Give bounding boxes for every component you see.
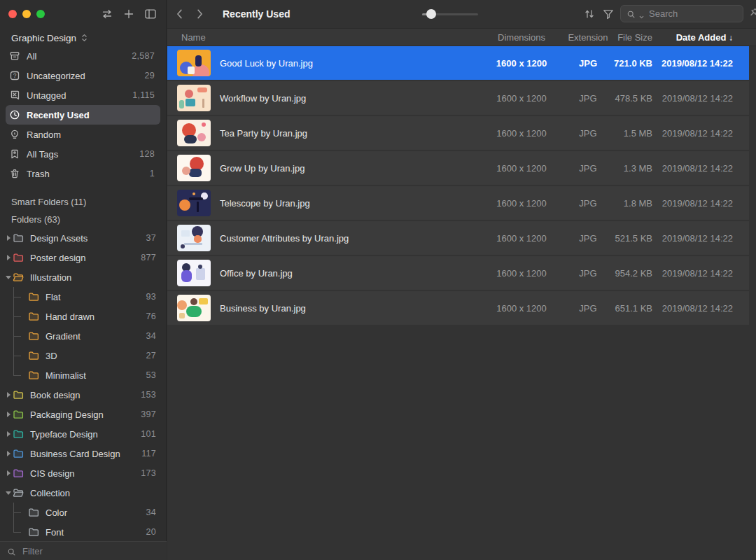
sidebar-item-untagged[interactable]: Untagged1,115 (6, 85, 160, 105)
column-header-extension[interactable]: Extension (564, 32, 612, 43)
chevron-up-down-icon (80, 33, 88, 43)
column-header-filesize[interactable]: File Size (612, 32, 652, 43)
column-header-dateadded[interactable]: Date Added ↓ (652, 32, 733, 43)
search-input[interactable] (648, 8, 737, 20)
file-size: 478.5 KB (612, 93, 652, 104)
disclosure-triangle-icon[interactable] (4, 483, 13, 503)
table-row[interactable]: Telescope by Uran.jpg1600 x 1200JPG1.8 M… (167, 186, 749, 220)
zoom-window-button[interactable] (36, 10, 45, 18)
folder-icon (13, 409, 24, 420)
folder-item-minimalist[interactable]: Minimalist53 (0, 365, 166, 385)
column-header-dimensions[interactable]: Dimensions (479, 32, 564, 43)
folder-icon (28, 507, 40, 518)
file-date-added: 2019/08/12 14:22 (652, 93, 733, 104)
folder-item-packaging-design[interactable]: Packaging Design397 (0, 405, 166, 424)
back-button[interactable] (173, 7, 187, 21)
file-thumbnail (177, 155, 211, 181)
file-dimensions: 1600 x 1200 (479, 233, 564, 244)
disclosure-triangle-icon[interactable] (4, 424, 13, 444)
sidebar-filter-bar (0, 541, 167, 560)
folder-item-3d[interactable]: 3D27 (0, 346, 166, 365)
folder-count: 34 (146, 507, 156, 517)
indent (4, 365, 13, 385)
disclosure-triangle-icon[interactable] (4, 405, 13, 424)
filter-input[interactable] (21, 545, 160, 557)
disclosure-triangle-icon[interactable] (4, 444, 13, 463)
section-header-folders[interactable]: Folders (63) (0, 211, 166, 228)
chevron-down-icon[interactable] (638, 10, 645, 17)
item-count: 29 (144, 71, 155, 80)
file-name: Good Luck by Uran.jpg (220, 58, 313, 69)
sort-order-icon[interactable] (583, 8, 596, 20)
file-extension: JPG (564, 268, 612, 279)
untagged-icon (9, 90, 20, 101)
sidebar-item-all[interactable]: All2,587 (6, 46, 160, 66)
indent (4, 326, 13, 346)
disclosure-triangle-icon[interactable] (4, 248, 13, 267)
folder-label: Illustration (30, 272, 71, 283)
folder-count: 93 (146, 292, 156, 302)
table-row[interactable]: Workflow by Uran.jpg1600 x 1200JPG478.5 … (167, 81, 749, 115)
minimize-window-button[interactable] (22, 10, 31, 18)
add-icon[interactable] (122, 7, 136, 21)
folder-icon (28, 370, 40, 381)
toggle-sidebar-icon[interactable] (144, 7, 158, 21)
table-row[interactable]: Grow Up by Uran.jpg1600 x 1200JPG1.3 MB2… (167, 151, 749, 185)
trash-icon (9, 168, 20, 179)
folder-item-design-assets[interactable]: Design Assets37 (0, 228, 166, 248)
file-dimensions: 1600 x 1200 (479, 268, 564, 279)
item-count: 1 (150, 169, 155, 178)
sidebar-item-recently-used[interactable]: Recently Used (6, 105, 160, 125)
svg-text:?: ? (13, 72, 17, 79)
folder-item-flat[interactable]: Flat93 (0, 287, 166, 307)
pin-icon[interactable] (748, 7, 756, 18)
section-header-smart-folders[interactable]: Smart Folders (11) (0, 193, 166, 211)
folder-item-color[interactable]: Color34 (0, 503, 166, 522)
main-area: Recently Used Name Dimensions (167, 0, 756, 560)
sidebar-nav: All2,587?Uncategorized29Untagged1,115Rec… (0, 46, 166, 541)
table-header: Name Dimensions Extension File Size Date… (167, 28, 756, 46)
sidebar-item-trash[interactable]: Trash1 (6, 164, 160, 183)
sidebar-item-all-tags[interactable]: All Tags128 (6, 144, 160, 164)
forward-button[interactable] (192, 7, 206, 21)
folder-item-poster-design[interactable]: Poster design877 (0, 248, 166, 267)
folder-label: Flat (46, 292, 61, 302)
table-row[interactable]: Good Luck by Uran.jpg1600 x 1200JPG721.0… (167, 46, 749, 80)
filter-icon[interactable] (602, 8, 615, 20)
sidebar-item-uncategorized[interactable]: ?Uncategorized29 (6, 66, 160, 85)
folder-icon (28, 291, 40, 302)
folder-count: 117 (141, 449, 156, 458)
folder-item-gradient[interactable]: Gradient34 (0, 326, 166, 346)
sync-icon[interactable] (100, 7, 114, 21)
file-extension: JPG (564, 58, 612, 69)
sidebar-item-random[interactable]: Random (6, 125, 160, 144)
disclosure-triangle-icon[interactable] (4, 463, 13, 483)
slider-knob[interactable] (426, 9, 436, 19)
folder-item-business-card-design[interactable]: Business Card Design117 (0, 444, 166, 463)
table-row[interactable]: Tea Party by Uran.jpg1600 x 1200JPG1.5 M… (167, 116, 749, 150)
folder-item-illustration[interactable]: Illustration (0, 267, 166, 287)
folder-item-hand-drawn[interactable]: Hand drawn76 (0, 307, 166, 326)
file-extension: JPG (564, 303, 612, 314)
folder-item-book-design[interactable]: Book design153 (0, 385, 166, 405)
folder-item-cis-design[interactable]: CIS design173 (0, 463, 166, 483)
file-extension: JPG (564, 233, 612, 244)
library-switcher[interactable]: Graphic Design (11, 31, 88, 45)
table-row[interactable]: Customer Attributes by Uran.jpg1600 x 12… (167, 221, 749, 255)
table-row[interactable]: Office by Uran.jpg1600 x 1200JPG954.2 KB… (167, 256, 749, 290)
folder-item-typeface-design[interactable]: Typeface Design101 (0, 424, 166, 444)
folder-icon (28, 526, 40, 538)
search-icon (626, 9, 636, 18)
folder-item-collection[interactable]: Collection (0, 483, 166, 503)
disclosure-triangle-icon[interactable] (4, 228, 13, 248)
thumbnail-size-slider[interactable] (422, 13, 478, 15)
folder-count: 20 (146, 527, 156, 537)
disclosure-triangle-icon[interactable] (4, 267, 13, 287)
indent (4, 307, 13, 326)
search-box[interactable] (620, 5, 743, 22)
column-header-name[interactable]: Name (167, 32, 479, 43)
disclosure-triangle-icon[interactable] (4, 385, 13, 405)
table-row[interactable]: Business by Uran.jpg1600 x 1200JPG651.1 … (167, 291, 749, 325)
folder-item-font[interactable]: Font20 (0, 522, 166, 541)
close-window-button[interactable] (8, 10, 17, 18)
